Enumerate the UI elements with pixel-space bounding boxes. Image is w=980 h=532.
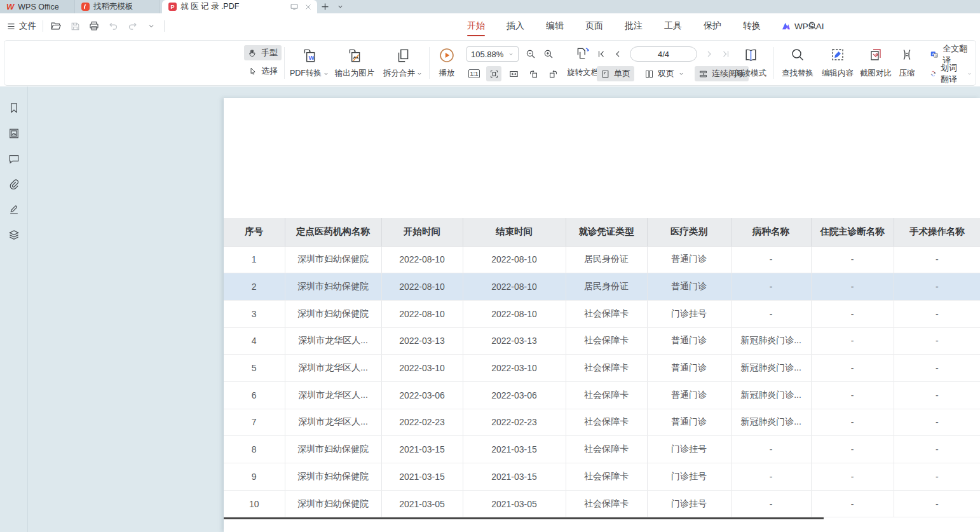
table-row: 10深圳市妇幼保健院2021-03-052021-03-05社会保障卡门诊挂号-… [224,490,980,517]
table-cell: - [811,436,894,463]
export-image-icon [346,47,363,64]
col-header-end-time: 结束时间 [463,218,566,246]
first-page-icon[interactable] [597,50,606,58]
table-cell: - [894,300,980,327]
table-cell: 深圳市龙华区人... [285,381,381,409]
attachment-panel-icon[interactable] [8,178,20,191]
table-cell: - [731,273,811,301]
ribbon-tab-protect[interactable]: 保护 [702,15,723,38]
redo-icon[interactable] [126,20,139,32]
close-tab-icon[interactable] [303,2,313,12]
ribbon-tab-home[interactable]: 开始 [466,15,486,38]
double-page-button[interactable]: 双页 [641,66,688,81]
table-cell: 深圳市龙华区人... [285,409,381,436]
read-mode-button[interactable]: 阅读模式 [732,45,770,82]
compress-icon [899,47,915,62]
quick-access-chevron[interactable] [145,20,158,32]
table-cell: 深圳市龙华区人... [285,355,381,382]
full-text-translate-icon: A 文 [930,50,939,60]
table-cell: 新冠肺炎门诊... [731,355,811,382]
layers-panel-icon[interactable] [8,229,20,242]
table-header-row: 序号 定点医药机构名称 开始时间 结束时间 就诊凭证类型 医疗类别 病种名称 住… [224,218,980,246]
ribbon-tab-tools[interactable]: 工具 [663,15,683,38]
table-cell: - [894,409,980,436]
hamburger-icon [6,22,16,31]
table-cell: 5 [224,355,285,382]
ribbon-tab-page[interactable]: 页面 [584,15,604,38]
fit-width-button[interactable] [506,66,521,81]
zoom-in-icon[interactable] [543,48,554,60]
ribbon-tabs: 开始 插入 编辑 页面 批注 工具 保护 转换 WPS AI [466,13,824,39]
ribbon-tab-edit[interactable]: 编辑 [545,15,565,38]
tab-document-pdf[interactable]: P 就 医 记 录 .PDF [162,0,317,13]
table-cell: 居民身份证 [566,273,647,301]
table-cell: - [894,246,980,273]
table-cell: - [894,490,980,517]
screenshot-compare-icon [868,47,883,62]
document-title: 就 医 记 录 .PDF [180,1,285,12]
table-cell: - [731,246,811,273]
save-icon[interactable] [69,20,81,32]
pdf-page[interactable]: 序号 定点医药机构名称 开始时间 结束时间 就诊凭证类型 医疗类别 病种名称 住… [224,98,980,532]
tab-list-chevron[interactable] [332,0,348,13]
tab-docer-templates[interactable]: 找稻壳模板 [75,0,160,13]
previous-page-icon[interactable] [613,50,622,58]
zoom-level-select[interactable]: 105.88% [466,46,519,62]
print-icon[interactable] [88,20,100,32]
double-page-icon [644,69,654,79]
select-tool-button[interactable]: 选择 [244,64,282,79]
file-menu-button[interactable]: 文件 [6,20,36,32]
find-replace-button[interactable]: 查找替换 [777,45,818,82]
table-cell: - [811,355,894,382]
ribbon-tab-insert[interactable]: 插入 [505,15,526,38]
export-image-button[interactable]: 输出为图片 [332,45,378,82]
compress-button[interactable]: 压缩 [893,45,921,82]
table-cell: 2022-08-10 [463,273,566,301]
svg-text:x: x [931,73,932,76]
comment-panel-icon[interactable] [8,153,20,165]
fit-page-button[interactable] [486,66,501,81]
table-cell: 2021-03-15 [463,436,566,463]
undo-icon[interactable] [107,20,119,32]
table-row: 6深圳市龙华区人...2022-03-062022-03-06社会保障卡普通门诊… [224,381,980,409]
table-cell: 社会保障卡 [566,300,647,327]
col-header-index: 序号 [224,218,285,246]
last-page-icon[interactable] [721,50,730,58]
page-number-input[interactable]: 4/4 [630,46,697,62]
table-cell: 社会保障卡 [566,409,647,436]
menu-search-icon[interactable] [807,20,819,32]
ribbon-tab-convert[interactable]: 转换 [742,15,762,38]
word-translate-button[interactable]: xA 划词翻译 [926,66,976,81]
open-file-icon[interactable] [50,20,62,32]
col-header-institution: 定点医药机构名称 [285,218,381,246]
split-merge-button[interactable]: 拆分合并 [381,45,425,82]
next-page-icon[interactable] [705,50,714,58]
hand-tool-button[interactable]: 手型 [244,45,282,60]
monitor-icon[interactable] [289,2,299,12]
play-button[interactable]: 播放 [433,45,461,82]
pdf-convert-button[interactable]: W PDF转换 [289,45,330,82]
table-cell: - [811,490,894,517]
edit-content-button[interactable]: 编辑内容 [817,45,858,82]
single-page-button[interactable]: 单页 [597,66,634,81]
screenshot-compare-button[interactable]: 截图对比 [855,45,896,82]
divider [429,47,430,79]
table-cell: - [811,327,894,355]
tab-wps-home[interactable]: W WPS Office [0,0,75,13]
col-header-start-time: 开始时间 [381,218,463,246]
search-icon [790,47,805,62]
table-cell: 2022-03-06 [463,381,566,409]
zoom-out-icon[interactable] [525,48,536,60]
full-text-translate-button[interactable]: A 文 全文翻译 [926,47,976,62]
table-cell: 普通门诊 [647,355,731,382]
table-cell: 6 [224,381,285,409]
actual-size-button[interactable]: 1:1 [466,66,482,81]
rotate-right-button[interactable] [545,66,561,81]
table-cell: - [731,436,811,463]
signature-panel-icon[interactable] [8,203,20,216]
bookmark-panel-icon[interactable] [8,102,20,114]
ribbon-tab-comment[interactable]: 批注 [623,15,644,38]
thumbnail-panel-icon[interactable] [8,127,20,140]
new-tab-button[interactable] [317,0,332,13]
rotate-left-button[interactable] [526,66,541,81]
